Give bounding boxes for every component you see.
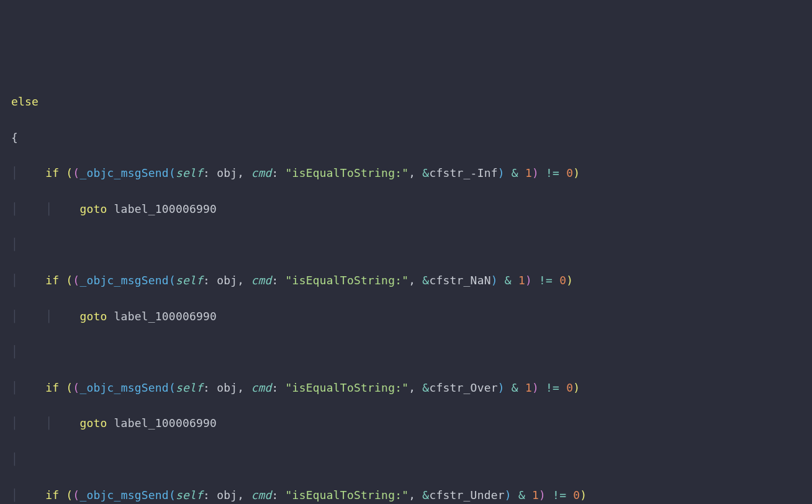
number-literal: 1 (525, 166, 532, 179)
param-label: cmd (251, 274, 271, 287)
keyword-else: else (11, 95, 38, 108)
operator: != (546, 166, 559, 179)
function-call: _objc_msgSend (79, 381, 168, 394)
string-literal: "isEqualToString:" (286, 274, 409, 287)
symbol: cfstr_NaN (429, 274, 490, 287)
code-line: if ((_objc_msgSend(self: obj, cmd: "isEq… (11, 379, 801, 397)
keyword-if: if (45, 488, 59, 502)
string-literal: "isEqualToString:" (286, 381, 409, 394)
keyword-if: if (45, 381, 59, 394)
goto-label: label_100006990 (114, 310, 217, 323)
number-literal: 1 (518, 274, 525, 287)
operator: != (553, 488, 566, 502)
symbol: cfstr_-Inf (429, 166, 497, 179)
keyword-if: if (45, 274, 59, 287)
string-literal: "isEqualToString:" (286, 166, 409, 179)
operator: != (546, 381, 559, 394)
keyword-goto: goto (79, 416, 107, 430)
code-line: { (11, 129, 801, 147)
symbol: cfstr_Under (429, 488, 504, 502)
code-line: goto label_100006990 (11, 308, 801, 326)
param-label: self (176, 488, 203, 502)
symbol: cfstr_Over (429, 381, 497, 394)
code-block[interactable]: else { if ((_objc_msgSend(self: obj, cmd… (11, 75, 801, 504)
code-line: if ((_objc_msgSend(self: obj, cmd: "isEq… (11, 487, 801, 504)
code-line: if ((_objc_msgSend(self: obj, cmd: "isEq… (11, 272, 801, 290)
blank-line (11, 343, 801, 361)
function-call: _objc_msgSend (79, 488, 168, 502)
param-label: cmd (251, 166, 271, 179)
operator: != (539, 274, 553, 287)
param-label: self (176, 381, 203, 394)
param-label: cmd (251, 381, 271, 394)
code-line: if ((_objc_msgSend(self: obj, cmd: "isEq… (11, 164, 801, 182)
number-literal: 0 (559, 274, 566, 287)
function-call: _objc_msgSend (79, 274, 168, 287)
code-line: goto label_100006990 (11, 415, 801, 433)
number-literal: 1 (532, 488, 539, 502)
string-literal: "isEqualToString:" (286, 488, 409, 502)
keyword-goto: goto (79, 310, 107, 323)
number-literal: 0 (573, 488, 580, 502)
param-label: self (176, 274, 203, 287)
open-brace: { (11, 131, 18, 144)
param-label: self (176, 166, 203, 179)
blank-line (11, 451, 801, 469)
param-label: cmd (251, 488, 271, 502)
code-line: else (11, 93, 801, 111)
keyword-if: if (45, 166, 59, 179)
code-line: goto label_100006990 (11, 200, 801, 218)
number-literal: 1 (525, 381, 532, 394)
number-literal: 0 (566, 166, 573, 179)
function-call: _objc_msgSend (79, 166, 168, 179)
goto-label: label_100006990 (114, 202, 217, 215)
number-literal: 0 (566, 381, 573, 394)
goto-label: label_100006990 (114, 416, 217, 430)
blank-line (11, 236, 801, 254)
keyword-goto: goto (79, 202, 107, 215)
